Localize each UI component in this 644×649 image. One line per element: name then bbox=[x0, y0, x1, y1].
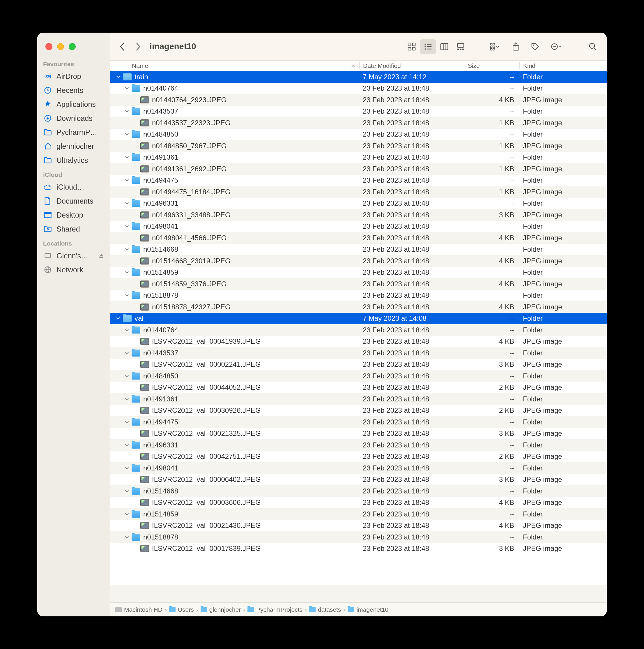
folder-row[interactable]: train7 May 2023 at 14:12--Folder bbox=[110, 71, 607, 83]
column-header-kind[interactable]: Kind bbox=[519, 62, 607, 69]
disclosure-triangle[interactable] bbox=[124, 396, 130, 402]
disclosure-triangle[interactable] bbox=[124, 201, 130, 206]
gallery-view-button[interactable] bbox=[452, 39, 469, 54]
icon-view-button[interactable] bbox=[404, 39, 420, 54]
disclosure-triangle[interactable] bbox=[115, 315, 121, 321]
search-button[interactable] bbox=[585, 39, 601, 54]
back-button[interactable] bbox=[116, 40, 129, 53]
action-menu-button[interactable] bbox=[546, 39, 567, 54]
sidebar-item[interactable]: Shared bbox=[37, 222, 110, 236]
file-row[interactable]: n01498041_4566.JPEG23 Feb 2023 at 18:484… bbox=[110, 232, 607, 244]
column-header-date[interactable]: Date Modified bbox=[359, 62, 464, 69]
disclosure-triangle[interactable] bbox=[124, 85, 130, 91]
folder-row[interactable]: n0149447523 Feb 2023 at 18:48--Folder bbox=[110, 175, 607, 186]
file-row[interactable]: n01440764_2923.JPEG23 Feb 2023 at 18:484… bbox=[110, 94, 607, 106]
disclosure-triangle[interactable] bbox=[124, 269, 130, 275]
disclosure-triangle[interactable] bbox=[124, 442, 130, 448]
column-header-size[interactable]: Size bbox=[464, 62, 519, 69]
file-row[interactable]: n01443537_22323.JPEG23 Feb 2023 at 18:48… bbox=[110, 117, 607, 129]
folder-row[interactable]: n0144353723 Feb 2023 at 18:48--Folder bbox=[110, 106, 607, 117]
sidebar-item[interactable]: Ultralytics bbox=[37, 153, 110, 167]
column-header-name[interactable]: Name bbox=[110, 62, 359, 69]
sidebar-item[interactable]: iCloud… bbox=[37, 180, 110, 194]
folder-row[interactable]: n0149633123 Feb 2023 at 18:48--Folder bbox=[110, 439, 607, 451]
disclosure-triangle[interactable] bbox=[124, 293, 130, 298]
path-segment[interactable]: PycharmProjects bbox=[247, 606, 303, 613]
disclosure-triangle[interactable] bbox=[124, 350, 130, 356]
tags-button[interactable] bbox=[527, 39, 543, 54]
folder-row[interactable]: n0151466823 Feb 2023 at 18:48--Folder bbox=[110, 244, 607, 255]
file-row[interactable]: ILSVRC2012_val_00030926.JPEG23 Feb 2023 … bbox=[110, 405, 607, 417]
disclosure-triangle[interactable] bbox=[124, 247, 130, 252]
disclosure-triangle[interactable] bbox=[124, 131, 130, 137]
file-row[interactable]: ILSVRC2012_val_00003606.JPEG23 Feb 2023 … bbox=[110, 497, 607, 509]
disclosure-triangle[interactable] bbox=[124, 109, 130, 114]
file-row[interactable]: ILSVRC2012_val_00002241.JPEG23 Feb 2023 … bbox=[110, 359, 607, 371]
sidebar-item[interactable]: PycharmP… bbox=[37, 125, 110, 139]
disclosure-triangle[interactable] bbox=[124, 488, 130, 494]
disclosure-triangle[interactable] bbox=[124, 177, 130, 183]
folder-row[interactable]: n0151887823 Feb 2023 at 18:48--Folder bbox=[110, 290, 607, 301]
file-row[interactable]: n01491361_2692.JPEG23 Feb 2023 at 18:481… bbox=[110, 163, 607, 175]
sidebar-item[interactable]: Network bbox=[37, 263, 110, 277]
file-row[interactable]: n01518878_42327.JPEG23 Feb 2023 at 18:48… bbox=[110, 301, 607, 313]
folder-row[interactable]: val7 May 2023 at 14:08--Folder bbox=[110, 313, 607, 324]
folder-row[interactable]: n0151485923 Feb 2023 at 18:48--Folder bbox=[110, 267, 607, 278]
group-by-button[interactable] bbox=[484, 39, 505, 54]
forward-button[interactable] bbox=[132, 40, 144, 53]
sidebar-item[interactable]: Desktop bbox=[37, 208, 110, 222]
file-row[interactable]: n01494475_16184.JPEG23 Feb 2023 at 18:48… bbox=[110, 186, 607, 198]
folder-row[interactable]: n0149136123 Feb 2023 at 18:48--Folder bbox=[110, 393, 607, 405]
folder-row[interactable]: n0149804123 Feb 2023 at 18:48--Folder bbox=[110, 462, 607, 474]
sidebar-item[interactable]: AirDrop bbox=[37, 69, 110, 83]
list-view-button[interactable] bbox=[420, 39, 436, 54]
file-row[interactable]: ILSVRC2012_val_00017839.JPEG23 Feb 2023 … bbox=[110, 543, 607, 555]
sidebar-item[interactable]: Documents bbox=[37, 194, 110, 208]
zoom-window-button[interactable] bbox=[69, 43, 76, 50]
share-button[interactable] bbox=[508, 39, 524, 54]
folder-row[interactable]: n0149804123 Feb 2023 at 18:48--Folder bbox=[110, 221, 607, 232]
file-row[interactable]: n01496331_33488.JPEG23 Feb 2023 at 18:48… bbox=[110, 209, 607, 221]
sidebar-item[interactable]: Glenn's… bbox=[37, 249, 110, 263]
sidebar-item[interactable]: Recents bbox=[37, 83, 110, 97]
disclosure-triangle[interactable] bbox=[124, 419, 130, 425]
path-segment[interactable]: datasets bbox=[309, 606, 341, 613]
folder-row[interactable]: n0144076423 Feb 2023 at 18:48--Folder bbox=[110, 83, 607, 94]
folder-row[interactable]: n0151485923 Feb 2023 at 18:48--Folder bbox=[110, 508, 607, 520]
path-segment[interactable]: glennjocher bbox=[200, 606, 241, 613]
eject-icon[interactable] bbox=[99, 253, 104, 258]
disclosure-triangle[interactable] bbox=[124, 155, 130, 160]
sidebar-item[interactable]: Applications bbox=[37, 97, 110, 111]
disclosure-triangle[interactable] bbox=[115, 74, 121, 80]
disclosure-triangle[interactable] bbox=[124, 327, 130, 333]
file-row[interactable]: ILSVRC2012_val_00021325.JPEG23 Feb 2023 … bbox=[110, 428, 607, 440]
folder-row[interactable]: n0151466823 Feb 2023 at 18:48--Folder bbox=[110, 485, 607, 497]
folder-row[interactable]: n0148485023 Feb 2023 at 18:48--Folder bbox=[110, 129, 607, 140]
file-row[interactable]: n01484850_7967.JPEG23 Feb 2023 at 18:481… bbox=[110, 140, 607, 152]
folder-row[interactable]: n0149633123 Feb 2023 at 18:48--Folder bbox=[110, 198, 607, 209]
folder-row[interactable]: n0149136123 Feb 2023 at 18:48--Folder bbox=[110, 152, 607, 163]
path-segment[interactable]: imagenet10 bbox=[348, 606, 388, 613]
file-row[interactable]: n01514668_23019.JPEG23 Feb 2023 at 18:48… bbox=[110, 255, 607, 267]
column-view-button[interactable] bbox=[436, 39, 452, 54]
disclosure-triangle[interactable] bbox=[124, 511, 130, 517]
file-row[interactable]: ILSVRC2012_val_00042751.JPEG23 Feb 2023 … bbox=[110, 451, 607, 463]
disclosure-triangle[interactable] bbox=[124, 223, 130, 229]
path-segment[interactable]: Macintosh HD bbox=[115, 606, 163, 613]
sidebar-item[interactable]: glennjocher bbox=[37, 139, 110, 153]
folder-row[interactable]: n0151887823 Feb 2023 at 18:48--Folder bbox=[110, 531, 607, 543]
file-row[interactable]: ILSVRC2012_val_00041939.JPEG23 Feb 2023 … bbox=[110, 336, 607, 348]
file-row[interactable]: ILSVRC2012_val_00006402.JPEG23 Feb 2023 … bbox=[110, 474, 607, 486]
close-window-button[interactable] bbox=[45, 43, 52, 50]
folder-row[interactable]: n0148485023 Feb 2023 at 18:48--Folder bbox=[110, 370, 607, 382]
file-row[interactable]: n01514859_3376.JPEG23 Feb 2023 at 18:484… bbox=[110, 278, 607, 290]
minimize-window-button[interactable] bbox=[57, 43, 64, 50]
folder-row[interactable]: n0144076423 Feb 2023 at 18:48--Folder bbox=[110, 324, 607, 336]
folder-row[interactable]: n0149447523 Feb 2023 at 18:48--Folder bbox=[110, 416, 607, 428]
sidebar-item[interactable]: Downloads bbox=[37, 111, 110, 125]
disclosure-triangle[interactable] bbox=[124, 534, 130, 540]
folder-row[interactable]: n0144353723 Feb 2023 at 18:48--Folder bbox=[110, 347, 607, 359]
file-row[interactable]: ILSVRC2012_val_00021430.JPEG23 Feb 2023 … bbox=[110, 520, 607, 532]
disclosure-triangle[interactable] bbox=[124, 373, 130, 379]
file-row[interactable]: ILSVRC2012_val_00044052.JPEG23 Feb 2023 … bbox=[110, 382, 607, 394]
